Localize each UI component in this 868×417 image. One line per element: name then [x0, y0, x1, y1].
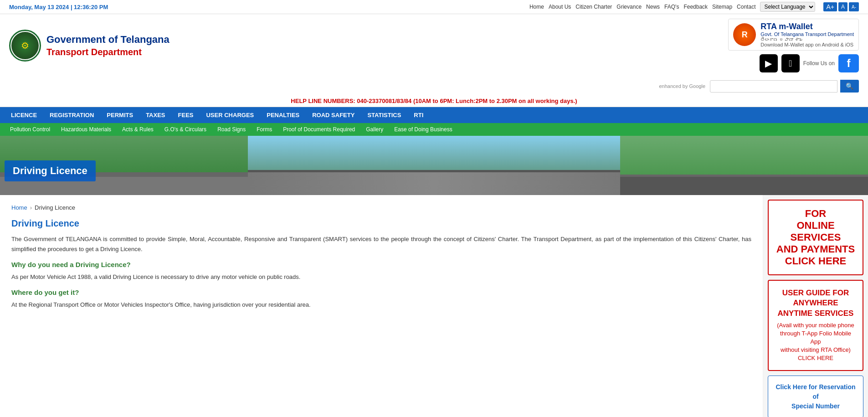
- page-left: Home › Driving Licence Driving Licence T…: [0, 195, 763, 417]
- search-input[interactable]: [710, 80, 837, 93]
- intro-text: The Government of TELANGANA is committed…: [11, 234, 751, 254]
- reservation-box[interactable]: Click Here for Reservation of Special Nu…: [768, 376, 863, 417]
- para-2: At the Regional Transport Office or Moto…: [11, 300, 751, 310]
- page-heading: Driving Licence: [11, 218, 751, 229]
- search-prefix: enhanced by Google: [659, 83, 705, 89]
- top-bar: Monday, May 13 2024 | 12:36:20 PM Home A…: [0, 0, 868, 14]
- subheading-2: Where do you get it?: [11, 288, 751, 296]
- app-buttons: ▶  Follow Us on f: [760, 54, 859, 72]
- nav-permits[interactable]: PERMITS: [100, 107, 139, 123]
- subnav-gallery[interactable]: Gallery: [360, 123, 389, 136]
- nav-registration[interactable]: REGISTRATION: [43, 107, 100, 123]
- subnav-road-signs[interactable]: Road Signs: [212, 123, 251, 136]
- logo-area: ⚙ Government of Telangana Transport Depa…: [9, 30, 169, 62]
- font-decrease-button[interactable]: A-: [849, 2, 859, 11]
- nav-citizen[interactable]: Citizen Charter: [575, 4, 612, 10]
- subnav-hazardous[interactable]: Hazardous Materials: [56, 123, 117, 136]
- online-click-text: CLICK HERE: [776, 255, 855, 267]
- nav-grievance[interactable]: Grievance: [616, 4, 642, 10]
- dept-name: Transport Department: [46, 46, 169, 58]
- main-navigation: LICENCE REGISTRATION PERMITS TAXES FEES …: [0, 107, 868, 123]
- para-1: As per Motor Vehicle Act 1988, a valid D…: [11, 272, 751, 282]
- hero-image-3: [620, 136, 868, 195]
- subnav-proof[interactable]: Proof of Documents Required: [277, 123, 360, 136]
- page-body: Home › Driving Licence Driving Licence T…: [0, 195, 868, 417]
- helpline-bar: HELP LINE NUMBERS: 040-23370081/83/84 (1…: [0, 95, 868, 107]
- subheading-1: Why do you need a Driving Licence?: [11, 261, 751, 268]
- online-and-text: AND PAYMENTS: [776, 243, 855, 255]
- page-right: FOR ONLINE SERVICES AND PAYMENTS CLICK H…: [763, 195, 868, 417]
- nav-sitemap[interactable]: Sitemap: [712, 4, 732, 10]
- online-for-text: FOR: [776, 208, 855, 220]
- nav-feedback[interactable]: Feedback: [683, 4, 708, 10]
- hero-banner: Driving Licence: [0, 136, 868, 195]
- breadcrumb: Home › Driving Licence: [11, 204, 751, 211]
- hero-title: Driving Licence: [13, 165, 87, 176]
- nav-road-safety[interactable]: ROAD SAFETY: [306, 107, 361, 123]
- nav-user-charges[interactable]: USER CHARGES: [200, 107, 260, 123]
- font-normal-button[interactable]: A: [838, 2, 847, 11]
- user-guide-sub: (Avail with your mobile phone through T-…: [776, 321, 855, 363]
- gov-logo: ⚙: [9, 30, 41, 62]
- nav-rti[interactable]: RTI: [407, 107, 430, 123]
- facebook-button[interactable]: f: [838, 54, 859, 72]
- nav-contact[interactable]: Contact: [737, 4, 755, 10]
- mwallet-box: R RTA m-Wallet Govt. Of Telangana Transp…: [728, 19, 859, 51]
- nav-home[interactable]: Home: [529, 4, 544, 10]
- nav-faq[interactable]: FAQ's: [664, 4, 679, 10]
- site-title: Government of Telangana Transport Depart…: [46, 33, 169, 58]
- mwallet-logo: R: [733, 23, 756, 46]
- datetime: Monday, May 13 2024 | 12:36:20 PM: [9, 4, 108, 10]
- online-services-text: ONLINE SERVICES: [776, 220, 855, 243]
- subnav-forms[interactable]: Forms: [251, 123, 277, 136]
- nav-about[interactable]: About Us: [549, 4, 571, 10]
- nav-news[interactable]: News: [646, 4, 660, 10]
- helpline-text: HELP LINE NUMBERS: 040-23370081/83/84 (1…: [291, 98, 577, 104]
- follow-text: Follow Us on: [803, 60, 835, 67]
- main-content: Driving Licence Home › Driving Licence D…: [0, 136, 868, 417]
- nav-fees[interactable]: FEES: [172, 107, 200, 123]
- search-button[interactable]: 🔍: [840, 80, 859, 93]
- reservation-text: Click Here for Reservation of Special Nu…: [775, 382, 857, 411]
- hero-title-box: Driving Licence: [5, 160, 96, 181]
- font-increase-button[interactable]: A+: [823, 2, 837, 11]
- breadcrumb-home[interactable]: Home: [11, 204, 27, 211]
- subnav-pollution[interactable]: Pollution Control: [5, 123, 56, 136]
- font-size-controls: A+ A A-: [823, 2, 859, 11]
- online-services-box[interactable]: FOR ONLINE SERVICES AND PAYMENTS CLICK H…: [768, 200, 863, 275]
- breadcrumb-separator: ›: [30, 204, 32, 211]
- search-area: enhanced by Google 🔍: [0, 77, 868, 95]
- gov-logo-inner: ⚙: [11, 32, 39, 59]
- mwallet-title: RTA m-Wallet: [760, 22, 854, 31]
- google-play-button[interactable]: ▶: [760, 54, 778, 72]
- nav-taxes[interactable]: TAXES: [139, 107, 171, 123]
- hero-image-2: [248, 136, 620, 195]
- user-guide-title: USER GUIDE FOR ANYWHERE ANYTIME SERVICES: [776, 288, 855, 318]
- mwallet-sub2: తెలంగాణ రవాణా శాఖ: [760, 37, 854, 42]
- nav-licence[interactable]: LICENCE: [5, 107, 43, 123]
- subnav-acts[interactable]: Acts & Rules: [117, 123, 159, 136]
- user-guide-box[interactable]: USER GUIDE FOR ANYWHERE ANYTIME SERVICES…: [768, 280, 863, 371]
- mwallet-download: Download M-Wallet app on Android & iOS: [760, 42, 854, 47]
- subnav-ease[interactable]: Ease of Doing Business: [389, 123, 457, 136]
- app-store-button[interactable]: : [781, 54, 800, 72]
- content-wrapper: Driving Licence Home › Driving Licence D…: [0, 136, 868, 417]
- top-nav: Home About Us Citizen Charter Grievance …: [529, 2, 859, 12]
- mwallet-subtitle: Govt. Of Telangana Transport Department: [760, 31, 854, 37]
- breadcrumb-current: Driving Licence: [35, 204, 75, 211]
- sub-navigation: Pollution Control Hazardous Materials Ac…: [0, 123, 868, 136]
- header-right: R RTA m-Wallet Govt. Of Telangana Transp…: [728, 19, 859, 72]
- mwallet-text: RTA m-Wallet Govt. Of Telangana Transpor…: [760, 22, 854, 47]
- gov-name: Government of Telangana: [46, 33, 169, 46]
- nav-penalties[interactable]: PENALTIES: [260, 107, 306, 123]
- header: ⚙ Government of Telangana Transport Depa…: [0, 14, 868, 77]
- nav-statistics[interactable]: STATISTICS: [361, 107, 407, 123]
- subnav-gos[interactable]: G.O's & Circulars: [159, 123, 212, 136]
- language-select[interactable]: Select Language: [760, 2, 815, 12]
